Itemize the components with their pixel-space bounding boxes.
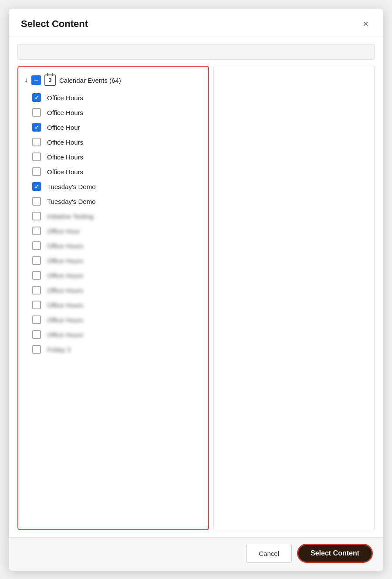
item-label-3: Office Hour <box>47 124 80 131</box>
list-item: Office Hours <box>18 312 208 327</box>
checkbox-8[interactable] <box>32 197 41 206</box>
dialog-header: Select Content × <box>9 9 383 37</box>
group-header: ↓ − 3 Calendar Events (64) <box>18 71 208 90</box>
checkbox-7[interactable] <box>32 182 41 191</box>
dialog-footer: Cancel Select Content <box>9 537 383 571</box>
item-label-9: Initiative Testing <box>47 213 93 220</box>
item-label-10: Office Hour <box>47 227 80 235</box>
list-item: Office Hours <box>18 149 208 164</box>
list-item: Office Hours <box>18 253 208 268</box>
checkbox-15[interactable] <box>32 301 41 309</box>
checkbox-1[interactable] <box>32 93 41 102</box>
item-label-8: Tuesday's Demo <box>47 198 96 205</box>
checkbox-9[interactable] <box>32 212 41 220</box>
close-button[interactable]: × <box>360 18 371 30</box>
checkbox-6[interactable] <box>32 167 41 176</box>
checkbox-3[interactable] <box>32 123 41 132</box>
item-label-18: Friday 3 <box>47 346 71 353</box>
checkbox-12[interactable] <box>32 256 41 265</box>
right-panel <box>213 66 375 530</box>
list-item: Office Hours <box>18 298 208 312</box>
item-label-1: Office Hours <box>47 94 83 102</box>
list-item: Office Hours <box>18 327 208 342</box>
checkbox-2[interactable] <box>32 108 41 117</box>
dialog-title: Select Content <box>21 18 88 30</box>
list-item: Office Hours <box>18 238 208 253</box>
list-item: Office Hours <box>18 283 208 298</box>
calendar-icon: 3 <box>44 74 56 86</box>
list-item: Friday 3 <box>18 342 208 357</box>
item-label-14: Office Hours <box>47 287 83 294</box>
item-label-11: Office Hours <box>47 242 83 250</box>
list-item: Tuesday's Demo <box>18 194 208 209</box>
list-item: Office Hours <box>18 268 208 283</box>
list-item: Tuesday's Demo <box>18 179 208 194</box>
checkbox-4[interactable] <box>32 138 41 146</box>
item-label-13: Office Hours <box>47 272 83 279</box>
cancel-button[interactable]: Cancel <box>246 544 292 563</box>
checkbox-10[interactable] <box>32 227 41 235</box>
group-label: Calendar Events (64) <box>59 77 121 84</box>
item-label-6: Office Hours <box>47 168 83 176</box>
checkbox-17[interactable] <box>32 330 41 339</box>
item-label-15: Office Hours <box>47 301 83 309</box>
list-item: Office Hour <box>18 120 208 135</box>
collapse-button[interactable]: − <box>31 75 41 85</box>
checkbox-14[interactable] <box>32 286 41 295</box>
list-item: Initiative Testing <box>18 209 208 223</box>
sort-icon[interactable]: ↓ <box>24 76 28 84</box>
checkbox-16[interactable] <box>32 315 41 324</box>
item-label-17: Office Hours <box>47 331 83 339</box>
checkbox-11[interactable] <box>32 241 41 250</box>
top-bar <box>17 44 375 60</box>
list-item: Office Hours <box>18 164 208 179</box>
item-label-5: Office Hours <box>47 153 83 161</box>
item-label-12: Office Hours <box>47 257 83 264</box>
list-item: Office Hours <box>18 90 208 105</box>
select-content-button[interactable]: Select Content <box>297 544 373 563</box>
list-item: Office Hours <box>18 135 208 149</box>
item-list: Office HoursOffice HoursOffice HourOffic… <box>18 90 208 357</box>
dialog-body: ↓ − 3 Calendar Events (64) Office HoursO… <box>9 37 383 537</box>
content-area: ↓ − 3 Calendar Events (64) Office HoursO… <box>17 66 375 530</box>
checkbox-5[interactable] <box>32 152 41 161</box>
left-panel: ↓ − 3 Calendar Events (64) Office HoursO… <box>17 66 209 530</box>
checkbox-18[interactable] <box>32 345 41 354</box>
list-item: Office Hour <box>18 223 208 238</box>
item-label-7: Tuesday's Demo <box>47 183 96 190</box>
item-label-2: Office Hours <box>47 109 83 116</box>
select-content-dialog: Select Content × ↓ − 3 Calendar Events (… <box>9 9 383 571</box>
checkbox-13[interactable] <box>32 271 41 280</box>
item-label-16: Office Hours <box>47 316 83 324</box>
list-item: Office Hours <box>18 105 208 120</box>
item-label-4: Office Hours <box>47 139 83 146</box>
